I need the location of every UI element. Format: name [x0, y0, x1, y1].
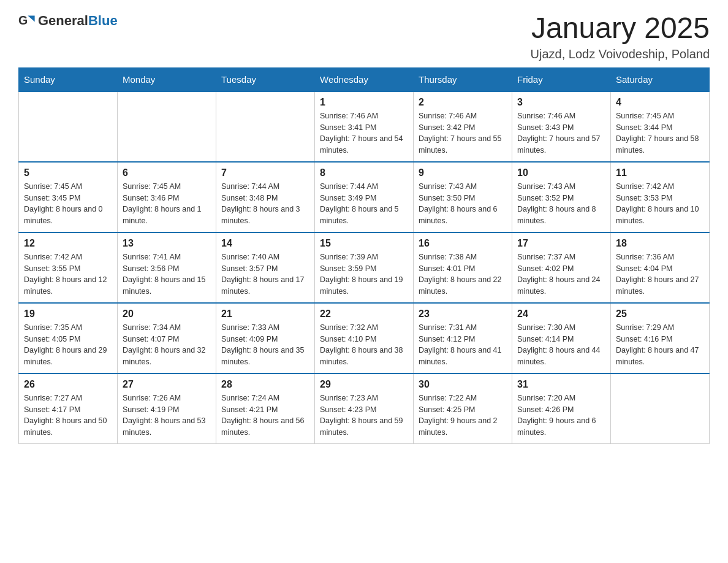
day-number: 5: [24, 167, 112, 178]
day-number: 30: [419, 379, 507, 390]
day-number: 11: [616, 167, 704, 178]
svg-text:G: G: [18, 13, 28, 27]
day-number: 17: [517, 238, 605, 249]
day-of-week-header: Thursday: [414, 67, 512, 91]
day-number: 21: [221, 308, 309, 320]
day-of-week-header: Monday: [118, 67, 216, 91]
calendar-day-cell: 18Sunrise: 7:36 AM Sunset: 4:04 PM Dayli…: [611, 232, 710, 303]
day-info: Sunrise: 7:30 AM Sunset: 4:14 PM Dayligh…: [517, 322, 605, 368]
day-number: 14: [221, 238, 309, 249]
title-block: January 2025 Ujazd, Lodz Voivodeship, Po…: [531, 12, 710, 61]
calendar-day-cell: [216, 91, 315, 162]
day-number: 4: [616, 97, 704, 108]
day-info: Sunrise: 7:29 AM Sunset: 4:16 PM Dayligh…: [616, 322, 704, 368]
day-info: Sunrise: 7:41 AM Sunset: 3:56 PM Dayligh…: [123, 251, 211, 297]
calendar-day-cell: 16Sunrise: 7:38 AM Sunset: 4:01 PM Dayli…: [414, 232, 512, 303]
calendar-day-cell: 24Sunrise: 7:30 AM Sunset: 4:14 PM Dayli…: [512, 303, 611, 373]
day-info: Sunrise: 7:34 AM Sunset: 4:07 PM Dayligh…: [123, 322, 211, 368]
day-number: 1: [320, 97, 408, 108]
day-info: Sunrise: 7:43 AM Sunset: 3:52 PM Dayligh…: [517, 181, 605, 227]
calendar-day-cell: 3Sunrise: 7:46 AM Sunset: 3:43 PM Daylig…: [512, 91, 611, 162]
day-number: 24: [517, 308, 605, 320]
day-info: Sunrise: 7:46 AM Sunset: 3:42 PM Dayligh…: [419, 110, 507, 156]
day-of-week-header: Tuesday: [216, 67, 315, 91]
logo: G GeneralBlue: [18, 12, 118, 29]
calendar-day-cell: 12Sunrise: 7:42 AM Sunset: 3:55 PM Dayli…: [19, 232, 118, 303]
calendar-day-cell: 20Sunrise: 7:34 AM Sunset: 4:07 PM Dayli…: [118, 303, 216, 373]
day-number: 10: [517, 167, 605, 178]
day-info: Sunrise: 7:45 AM Sunset: 3:44 PM Dayligh…: [616, 110, 704, 156]
day-info: Sunrise: 7:43 AM Sunset: 3:50 PM Dayligh…: [419, 181, 507, 227]
calendar-day-cell: 22Sunrise: 7:32 AM Sunset: 4:10 PM Dayli…: [315, 303, 414, 373]
day-number: 13: [123, 238, 211, 249]
logo-text-blue: Blue: [88, 13, 118, 28]
calendar-day-cell: 11Sunrise: 7:42 AM Sunset: 3:53 PM Dayli…: [611, 162, 710, 232]
calendar-day-cell: 26Sunrise: 7:27 AM Sunset: 4:17 PM Dayli…: [19, 373, 118, 444]
calendar-day-cell: 2Sunrise: 7:46 AM Sunset: 3:42 PM Daylig…: [414, 91, 512, 162]
day-number: 22: [320, 308, 408, 320]
day-info: Sunrise: 7:39 AM Sunset: 3:59 PM Dayligh…: [320, 251, 408, 297]
day-info: Sunrise: 7:31 AM Sunset: 4:12 PM Dayligh…: [419, 322, 507, 368]
day-info: Sunrise: 7:37 AM Sunset: 4:02 PM Dayligh…: [517, 251, 605, 297]
day-info: Sunrise: 7:23 AM Sunset: 4:23 PM Dayligh…: [320, 393, 408, 439]
day-info: Sunrise: 7:44 AM Sunset: 3:49 PM Dayligh…: [320, 181, 408, 227]
day-number: 27: [123, 379, 211, 390]
calendar-day-cell: 21Sunrise: 7:33 AM Sunset: 4:09 PM Dayli…: [216, 303, 315, 373]
calendar-day-cell: 6Sunrise: 7:45 AM Sunset: 3:46 PM Daylig…: [118, 162, 216, 232]
calendar-day-cell: [118, 91, 216, 162]
day-info: Sunrise: 7:33 AM Sunset: 4:09 PM Dayligh…: [221, 322, 309, 368]
day-number: 20: [123, 308, 211, 320]
calendar-week-row: 1Sunrise: 7:46 AM Sunset: 3:41 PM Daylig…: [19, 91, 710, 162]
day-number: 3: [517, 97, 605, 108]
calendar-day-cell: 13Sunrise: 7:41 AM Sunset: 3:56 PM Dayli…: [118, 232, 216, 303]
calendar-day-cell: 23Sunrise: 7:31 AM Sunset: 4:12 PM Dayli…: [414, 303, 512, 373]
calendar-day-cell: 25Sunrise: 7:29 AM Sunset: 4:16 PM Dayli…: [611, 303, 710, 373]
page-header: G GeneralBlue January 2025 Ujazd, Lodz V…: [18, 12, 710, 61]
day-info: Sunrise: 7:22 AM Sunset: 4:25 PM Dayligh…: [419, 393, 507, 439]
day-of-week-header: Friday: [512, 67, 611, 91]
day-info: Sunrise: 7:46 AM Sunset: 3:41 PM Dayligh…: [320, 110, 408, 156]
day-info: Sunrise: 7:38 AM Sunset: 4:01 PM Dayligh…: [419, 251, 507, 297]
calendar-day-cell: 1Sunrise: 7:46 AM Sunset: 3:41 PM Daylig…: [315, 91, 414, 162]
calendar-day-cell: [19, 91, 118, 162]
calendar-header-row: SundayMondayTuesdayWednesdayThursdayFrid…: [19, 67, 710, 91]
day-number: 9: [419, 167, 507, 178]
day-info: Sunrise: 7:35 AM Sunset: 4:05 PM Dayligh…: [24, 322, 112, 368]
calendar-day-cell: 19Sunrise: 7:35 AM Sunset: 4:05 PM Dayli…: [19, 303, 118, 373]
day-info: Sunrise: 7:45 AM Sunset: 3:45 PM Dayligh…: [24, 181, 112, 227]
day-number: 7: [221, 167, 309, 178]
day-info: Sunrise: 7:44 AM Sunset: 3:48 PM Dayligh…: [221, 181, 309, 227]
day-info: Sunrise: 7:42 AM Sunset: 3:55 PM Dayligh…: [24, 251, 112, 297]
day-number: 15: [320, 238, 408, 249]
calendar-week-row: 5Sunrise: 7:45 AM Sunset: 3:45 PM Daylig…: [19, 162, 710, 232]
calendar-day-cell: 27Sunrise: 7:26 AM Sunset: 4:19 PM Dayli…: [118, 373, 216, 444]
logo-icon: G: [18, 12, 36, 29]
calendar-day-cell: 14Sunrise: 7:40 AM Sunset: 3:57 PM Dayli…: [216, 232, 315, 303]
calendar-day-cell: 10Sunrise: 7:43 AM Sunset: 3:52 PM Dayli…: [512, 162, 611, 232]
day-number: 25: [616, 308, 704, 320]
day-number: 2: [419, 97, 507, 108]
day-info: Sunrise: 7:36 AM Sunset: 4:04 PM Dayligh…: [616, 251, 704, 297]
day-number: 26: [24, 379, 112, 390]
day-number: 19: [24, 308, 112, 320]
calendar-day-cell: [611, 373, 710, 444]
calendar-day-cell: 15Sunrise: 7:39 AM Sunset: 3:59 PM Dayli…: [315, 232, 414, 303]
calendar-day-cell: 28Sunrise: 7:24 AM Sunset: 4:21 PM Dayli…: [216, 373, 315, 444]
day-info: Sunrise: 7:40 AM Sunset: 3:57 PM Dayligh…: [221, 251, 309, 297]
day-number: 16: [419, 238, 507, 249]
calendar-day-cell: 17Sunrise: 7:37 AM Sunset: 4:02 PM Dayli…: [512, 232, 611, 303]
day-info: Sunrise: 7:26 AM Sunset: 4:19 PM Dayligh…: [123, 393, 211, 439]
calendar-week-row: 26Sunrise: 7:27 AM Sunset: 4:17 PM Dayli…: [19, 373, 710, 444]
calendar-day-cell: 31Sunrise: 7:20 AM Sunset: 4:26 PM Dayli…: [512, 373, 611, 444]
day-of-week-header: Wednesday: [315, 67, 414, 91]
page-title: January 2025: [531, 12, 710, 45]
calendar-day-cell: 5Sunrise: 7:45 AM Sunset: 3:45 PM Daylig…: [19, 162, 118, 232]
calendar-week-row: 19Sunrise: 7:35 AM Sunset: 4:05 PM Dayli…: [19, 303, 710, 373]
day-info: Sunrise: 7:32 AM Sunset: 4:10 PM Dayligh…: [320, 322, 408, 368]
svg-marker-1: [28, 16, 34, 22]
calendar-day-cell: 7Sunrise: 7:44 AM Sunset: 3:48 PM Daylig…: [216, 162, 315, 232]
logo-text-general: General: [38, 13, 88, 28]
day-info: Sunrise: 7:27 AM Sunset: 4:17 PM Dayligh…: [24, 393, 112, 439]
day-number: 8: [320, 167, 408, 178]
day-info: Sunrise: 7:46 AM Sunset: 3:43 PM Dayligh…: [517, 110, 605, 156]
